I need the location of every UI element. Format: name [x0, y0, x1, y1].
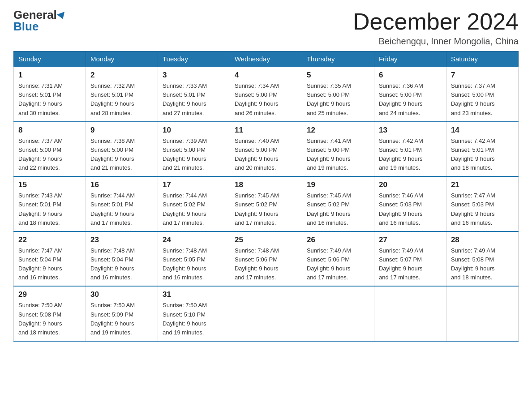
day-info: Sunrise: 7:37 AMSunset: 5:00 PMDaylight:…: [18, 137, 81, 173]
day-number: 14: [451, 126, 514, 135]
weekday-header-row: SundayMondayTuesdayWednesdayThursdayFrid…: [14, 51, 519, 67]
day-number: 9: [90, 126, 153, 135]
day-number: 17: [163, 180, 225, 189]
day-number: 23: [90, 235, 153, 244]
day-info: Sunrise: 7:33 AMSunset: 5:01 PMDaylight:…: [163, 81, 225, 118]
day-info: Sunrise: 7:41 AMSunset: 5:00 PMDaylight:…: [307, 137, 369, 173]
calendar-cell: 23Sunrise: 7:48 AMSunset: 5:04 PMDayligh…: [86, 231, 158, 287]
day-info: Sunrise: 7:36 AMSunset: 5:00 PMDaylight:…: [379, 81, 442, 118]
day-info: Sunrise: 7:34 AMSunset: 5:00 PMDaylight:…: [235, 81, 297, 118]
calendar-cell: 31Sunrise: 7:50 AMSunset: 5:10 PMDayligh…: [158, 286, 230, 341]
day-number: 16: [90, 180, 153, 189]
calendar-week-row: 22Sunrise: 7:47 AMSunset: 5:04 PMDayligh…: [14, 231, 519, 287]
calendar-cell: 22Sunrise: 7:47 AMSunset: 5:04 PMDayligh…: [14, 231, 86, 287]
day-info: Sunrise: 7:48 AMSunset: 5:05 PMDaylight:…: [163, 246, 225, 283]
day-number: 18: [235, 180, 297, 189]
calendar-cell: 30Sunrise: 7:50 AMSunset: 5:09 PMDayligh…: [86, 286, 158, 341]
day-number: 10: [163, 126, 225, 135]
day-number: 20: [379, 180, 442, 189]
day-number: 2: [90, 71, 153, 80]
day-info: Sunrise: 7:44 AMSunset: 5:01 PMDaylight:…: [90, 191, 153, 227]
day-number: 6: [379, 71, 442, 80]
calendar-cell: 16Sunrise: 7:44 AMSunset: 5:01 PMDayligh…: [86, 176, 158, 231]
month-title: December 2024: [353, 9, 519, 34]
day-info: Sunrise: 7:35 AMSunset: 5:00 PMDaylight:…: [307, 81, 369, 118]
calendar-week-row: 29Sunrise: 7:50 AMSunset: 5:08 PMDayligh…: [14, 286, 519, 341]
day-number: 1: [18, 71, 81, 80]
calendar-cell: 27Sunrise: 7:49 AMSunset: 5:07 PMDayligh…: [374, 231, 446, 287]
calendar-cell: 4Sunrise: 7:34 AMSunset: 5:00 PMDaylight…: [230, 67, 302, 122]
calendar-cell: 18Sunrise: 7:45 AMSunset: 5:02 PMDayligh…: [230, 176, 302, 231]
day-info: Sunrise: 7:48 AMSunset: 5:04 PMDaylight:…: [90, 246, 153, 283]
day-number: 12: [307, 126, 369, 135]
day-number: 22: [18, 235, 81, 244]
calendar-cell: 15Sunrise: 7:43 AMSunset: 5:01 PMDayligh…: [14, 176, 86, 231]
calendar-cell: 20Sunrise: 7:46 AMSunset: 5:03 PMDayligh…: [374, 176, 446, 231]
day-info: Sunrise: 7:46 AMSunset: 5:03 PMDaylight:…: [379, 191, 442, 227]
day-number: 31: [163, 290, 225, 299]
day-info: Sunrise: 7:50 AMSunset: 5:10 PMDaylight:…: [163, 301, 225, 337]
day-number: 8: [18, 126, 81, 135]
calendar-cell: 11Sunrise: 7:40 AMSunset: 5:00 PMDayligh…: [230, 122, 302, 177]
weekday-header-monday: Monday: [86, 51, 158, 67]
day-info: Sunrise: 7:48 AMSunset: 5:06 PMDaylight:…: [235, 246, 297, 283]
page-header: General Blue December 2024 Beichengqu, I…: [13, 9, 519, 47]
calendar-cell: 28Sunrise: 7:49 AMSunset: 5:08 PMDayligh…: [446, 231, 518, 287]
calendar-cell: 13Sunrise: 7:42 AMSunset: 5:01 PMDayligh…: [374, 122, 446, 177]
day-number: 25: [235, 235, 297, 244]
day-number: 11: [235, 126, 297, 135]
day-info: Sunrise: 7:42 AMSunset: 5:01 PMDaylight:…: [451, 137, 514, 173]
day-info: Sunrise: 7:44 AMSunset: 5:02 PMDaylight:…: [163, 191, 225, 227]
day-info: Sunrise: 7:39 AMSunset: 5:00 PMDaylight:…: [163, 137, 225, 173]
calendar-cell: 25Sunrise: 7:48 AMSunset: 5:06 PMDayligh…: [230, 231, 302, 287]
day-number: 28: [451, 235, 514, 244]
calendar-cell: 24Sunrise: 7:48 AMSunset: 5:05 PMDayligh…: [158, 231, 230, 287]
day-number: 15: [18, 180, 81, 189]
day-info: Sunrise: 7:47 AMSunset: 5:04 PMDaylight:…: [18, 246, 81, 283]
weekday-header-saturday: Saturday: [446, 51, 518, 67]
day-number: 5: [307, 71, 369, 80]
title-block: December 2024 Beichengqu, Inner Mongolia…: [353, 9, 519, 47]
calendar-table: SundayMondayTuesdayWednesdayThursdayFrid…: [13, 51, 519, 342]
calendar-cell: 6Sunrise: 7:36 AMSunset: 5:00 PMDaylight…: [374, 67, 446, 122]
calendar-week-row: 8Sunrise: 7:37 AMSunset: 5:00 PMDaylight…: [14, 122, 519, 177]
logo-triangle-icon: [57, 12, 67, 20]
day-number: 21: [451, 180, 514, 189]
day-info: Sunrise: 7:47 AMSunset: 5:03 PMDaylight:…: [451, 191, 514, 227]
calendar-cell: [230, 286, 302, 341]
calendar-week-row: 1Sunrise: 7:31 AMSunset: 5:01 PMDaylight…: [14, 67, 519, 122]
day-number: 4: [235, 71, 297, 80]
day-number: 26: [307, 235, 369, 244]
calendar-cell: 8Sunrise: 7:37 AMSunset: 5:00 PMDaylight…: [14, 122, 86, 177]
day-info: Sunrise: 7:31 AMSunset: 5:01 PMDaylight:…: [18, 81, 81, 118]
calendar-cell: 19Sunrise: 7:45 AMSunset: 5:02 PMDayligh…: [302, 176, 374, 231]
day-info: Sunrise: 7:49 AMSunset: 5:06 PMDaylight:…: [307, 246, 369, 283]
logo-blue-text: Blue: [13, 21, 39, 32]
calendar-cell: 5Sunrise: 7:35 AMSunset: 5:00 PMDaylight…: [302, 67, 374, 122]
day-number: 19: [307, 180, 369, 189]
calendar-cell: 29Sunrise: 7:50 AMSunset: 5:08 PMDayligh…: [14, 286, 86, 341]
calendar-cell: 10Sunrise: 7:39 AMSunset: 5:00 PMDayligh…: [158, 122, 230, 177]
day-info: Sunrise: 7:49 AMSunset: 5:08 PMDaylight:…: [451, 246, 514, 283]
calendar-cell: 9Sunrise: 7:38 AMSunset: 5:00 PMDaylight…: [86, 122, 158, 177]
day-number: 30: [90, 290, 153, 299]
calendar-cell: 12Sunrise: 7:41 AMSunset: 5:00 PMDayligh…: [302, 122, 374, 177]
day-info: Sunrise: 7:38 AMSunset: 5:00 PMDaylight:…: [90, 137, 153, 173]
day-info: Sunrise: 7:45 AMSunset: 5:02 PMDaylight:…: [235, 191, 297, 227]
day-number: 24: [163, 235, 225, 244]
weekday-header-friday: Friday: [374, 51, 446, 67]
calendar-week-row: 15Sunrise: 7:43 AMSunset: 5:01 PMDayligh…: [14, 176, 519, 231]
day-info: Sunrise: 7:40 AMSunset: 5:00 PMDaylight:…: [235, 137, 297, 173]
weekday-header-wednesday: Wednesday: [230, 51, 302, 67]
calendar-cell: [446, 286, 518, 341]
day-info: Sunrise: 7:42 AMSunset: 5:01 PMDaylight:…: [379, 137, 442, 173]
calendar-cell: 17Sunrise: 7:44 AMSunset: 5:02 PMDayligh…: [158, 176, 230, 231]
day-info: Sunrise: 7:43 AMSunset: 5:01 PMDaylight:…: [18, 191, 81, 227]
day-info: Sunrise: 7:32 AMSunset: 5:01 PMDaylight:…: [90, 81, 153, 118]
calendar-cell: [302, 286, 374, 341]
weekday-header-thursday: Thursday: [302, 51, 374, 67]
weekday-header-sunday: Sunday: [14, 51, 86, 67]
calendar-cell: [374, 286, 446, 341]
day-number: 7: [451, 71, 514, 80]
day-info: Sunrise: 7:45 AMSunset: 5:02 PMDaylight:…: [307, 191, 369, 227]
